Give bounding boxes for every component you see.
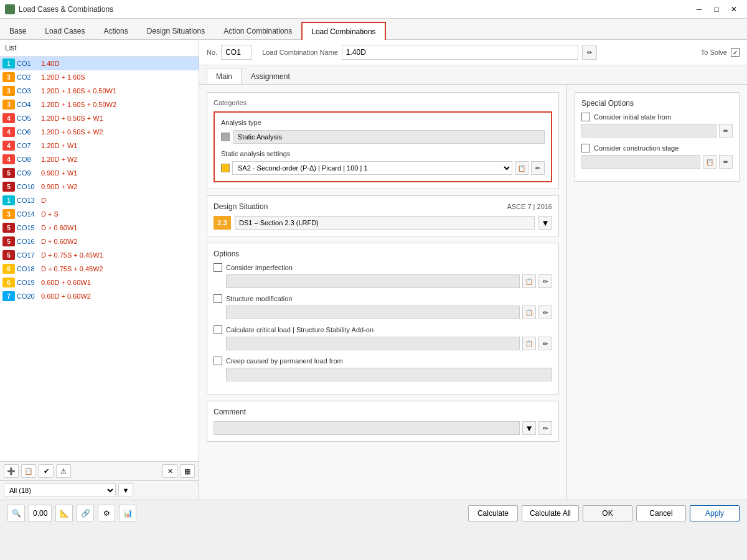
critical-load-checkbox[interactable] [214,325,222,334]
calculate-all-button[interactable]: Calculate All [522,505,579,521]
copy-button[interactable]: 📋 [21,464,36,478]
inner-tab-assignment[interactable]: Assignment [242,68,299,84]
imperfection-edit-btn[interactable]: ✏ [538,274,552,288]
list-item-code: CO8 [17,156,39,163]
comment-section: Comment ▼ ✏ [207,401,559,442]
list-item[interactable]: 5CO100.90D + W2 [0,180,199,194]
tab-actions[interactable]: Actions [94,22,137,39]
structure-mod-field[interactable] [226,306,520,319]
ds-select-button[interactable]: ▼ [538,216,552,230]
settings-copy-button[interactable]: 📋 [515,161,529,175]
list-item[interactable]: 5CO16D + 0.60W2 [0,235,199,248]
inner-tab-main[interactable]: Main [207,68,242,84]
menu-tabs: Base Load Cases Actions Design Situation… [0,19,747,40]
edit-name-button[interactable]: ✏ [582,45,597,60]
ok-button[interactable]: OK [583,505,632,521]
ruler-tool-button[interactable]: 📐 [55,505,73,522]
name-value[interactable]: 1.40D [342,45,578,60]
search-tool-button[interactable]: 🔍 [7,505,25,522]
imperfection-checkbox[interactable] [214,263,222,272]
list-item-number: 4 [2,113,15,123]
list-item[interactable]: 6CO18D + 0.75S + 0.45W2 [0,262,199,276]
list-item-number: 5 [2,236,15,246]
creep-checkbox[interactable] [214,357,222,365]
content-area: Categories Analysis type Static Analysis… [199,85,747,500]
list-item[interactable]: 5CO90.90D + W1 [0,166,199,180]
imperfection-field[interactable] [226,274,520,288]
list-item-code: CO14 [17,210,39,218]
categories-section: Categories Analysis type Static Analysis… [207,92,559,189]
list-item[interactable]: 7CO200.60D + 0.60W2 [0,289,199,303]
option-critical-load: Calculate critical load | Structure Stab… [214,325,552,350]
initial-state-edit-btn[interactable]: ✏ [719,124,733,138]
warning-button[interactable]: ⚠ [56,464,71,478]
comment-edit-btn[interactable]: ✏ [538,421,552,435]
imperfection-copy-btn[interactable]: 📋 [522,274,536,288]
list-item[interactable]: 6CO190.60D + 0.60W1 [0,276,199,289]
list-item-formula: 1.20D + W1 [41,142,77,149]
apply-button[interactable]: Apply [690,505,740,521]
tab-design-situations[interactable]: Design Situations [138,22,214,39]
add-button[interactable]: ➕ [4,464,19,478]
comment-field[interactable] [214,421,520,435]
list-item-formula: 1.20D + 0.50S + W2 [41,128,103,136]
ds-number: 2.3 [214,216,231,230]
critical-load-copy-btn[interactable]: 📋 [522,337,536,350]
settings-edit-button[interactable]: ✏ [531,161,545,175]
structure-mod-checkbox[interactable] [214,294,222,303]
list-item[interactable]: 3CO14D + S [0,207,199,221]
list-item[interactable]: 4CO71.20D + W1 [0,139,199,152]
creep-field[interactable] [226,368,552,381]
check-button[interactable]: ✔ [39,464,54,478]
options-section: Options Consider imperfection 📋 ✏ [207,243,559,394]
cancel-button[interactable]: Cancel [636,505,686,521]
to-solve-checkbox[interactable] [731,48,740,57]
tab-load-cases[interactable]: Load Cases [35,22,94,39]
filter-dropdown-button[interactable]: ▼ [118,483,133,497]
construction-stage-checkbox[interactable] [581,144,590,152]
categories-title: Categories [214,99,552,106]
critical-load-edit-btn[interactable]: ✏ [538,337,552,350]
initial-state-checkbox[interactable] [581,113,590,121]
comment-dropdown-btn[interactable]: ▼ [522,421,536,435]
list-item[interactable]: 4CO61.20D + 0.50S + W2 [0,125,199,139]
close-button[interactable]: ✕ [726,2,742,16]
calculate-button[interactable]: Calculate [468,505,518,521]
construction-stage-edit-btn[interactable]: ✏ [719,155,733,169]
list-item[interactable]: 1CO13D [0,194,199,207]
structure-mod-edit-btn[interactable]: ✏ [538,306,552,319]
chart-tool-button[interactable]: 📊 [119,505,136,522]
list-item[interactable]: 5CO15D + 0.60W1 [0,221,199,235]
tab-action-combinations[interactable]: Action Combinations [214,22,301,39]
tab-base[interactable]: Base [0,22,35,39]
tab-load-combinations[interactable]: Load Combinations [301,22,385,40]
view-button[interactable]: ▦ [180,464,195,478]
maximize-button[interactable]: □ [708,2,725,16]
list-item[interactable]: 3CO31.20D + 1.60S + 0.50W1 [0,84,199,98]
list-items: 1CO11.40D3CO21.20D + 1.60S3CO31.20D + 1.… [0,57,199,461]
list-item[interactable]: 3CO21.20D + 1.60S [0,70,199,84]
settings-select[interactable]: SA2 - Second-order (P-Δ) | Picard | 100 … [232,161,512,175]
list-item[interactable]: 5CO17D + 0.75S + 0.45W1 [0,248,199,262]
list-item[interactable]: 3CO41.20D + 1.60S + 0.50W2 [0,98,199,111]
initial-state-field[interactable] [581,124,716,138]
list-item[interactable]: 4CO81.20D + W2 [0,152,199,166]
construction-stage-copy-btn[interactable]: 📋 [703,155,716,169]
list-item-formula: D + 0.60W2 [41,238,77,245]
analysis-type-value[interactable]: Static Analysis [233,130,545,144]
minimize-button[interactable]: ─ [691,2,707,16]
value-tool-button[interactable]: 0.00 [29,505,52,522]
structure-mod-copy-btn[interactable]: 📋 [522,306,536,319]
filter-select[interactable]: All (18) [4,483,116,497]
list-item-formula: 0.60D + 0.60W1 [41,279,91,286]
list-item-code: CO13 [17,197,39,204]
list-item-formula: D + 0.75S + 0.45W2 [41,265,103,273]
list-item[interactable]: 4CO51.20D + 0.50S + W1 [0,111,199,125]
list-item[interactable]: 1CO11.40D [0,57,199,70]
link-tool-button[interactable]: 🔗 [77,505,94,522]
construction-stage-field[interactable] [581,155,700,169]
delete-button[interactable]: ✕ [162,464,177,478]
list-item-number: 5 [2,223,15,233]
critical-load-field[interactable] [226,337,520,350]
settings-tool-button[interactable]: ⚙ [98,505,115,522]
